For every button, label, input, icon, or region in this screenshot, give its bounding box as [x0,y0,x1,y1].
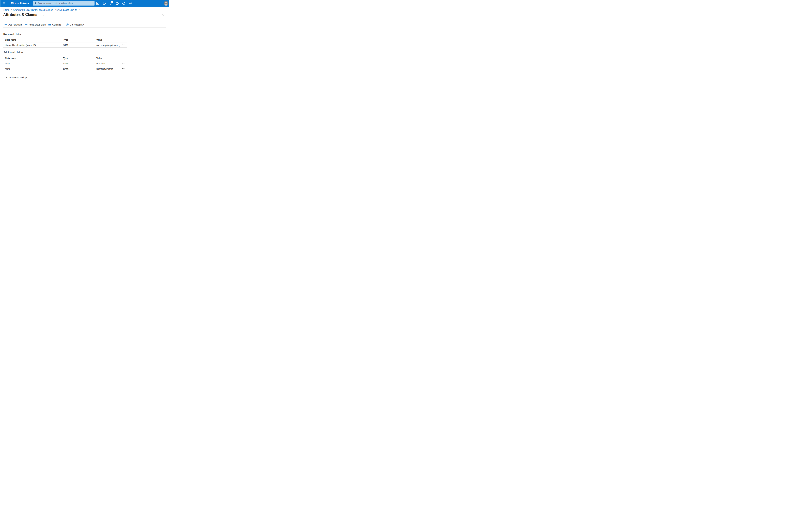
svg-text:6: 6 [112,1,112,3]
svg-text:?: ? [123,2,124,4]
